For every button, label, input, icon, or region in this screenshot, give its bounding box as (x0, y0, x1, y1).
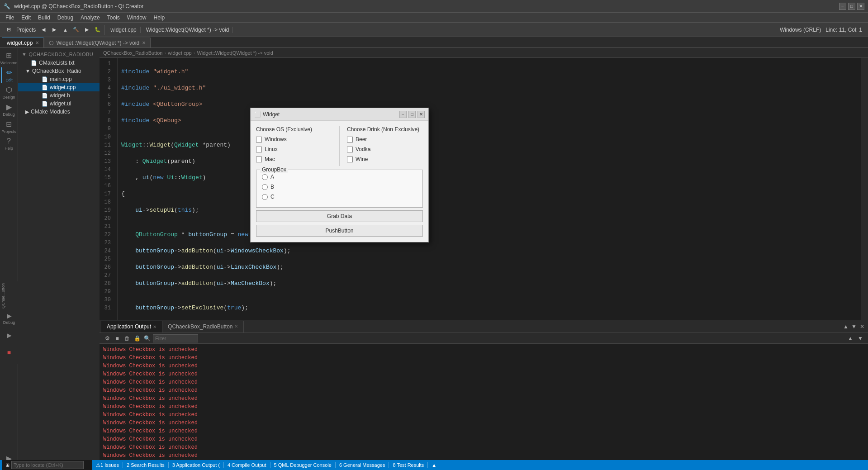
projects-btn[interactable]: ⊟ (4, 25, 14, 35)
filter-input[interactable] (153, 334, 198, 342)
checkbox-vodka[interactable] (347, 147, 353, 152)
bottom-tab-appoutput-close[interactable]: ✕ (153, 324, 157, 329)
widget-checkbox-windows: Windows (256, 136, 332, 142)
toolbar-up[interactable]: ▲ (60, 25, 70, 35)
panel-toggle-down[interactable]: ▼ (850, 323, 858, 331)
sidebar-icon-edit[interactable]: ✏ Edit (1, 67, 17, 83)
tree-item-cmake-modules[interactable]: ▶ CMake Modules (18, 108, 100, 116)
widget-minimize-button[interactable]: − (399, 111, 407, 118)
maximize-button[interactable]: □ (848, 3, 855, 10)
status-general-messages[interactable]: 6 General Messages (336, 460, 389, 470)
toolbar-run[interactable]: ▶ (82, 25, 92, 35)
title-bar-controls[interactable]: − □ ✕ (839, 3, 864, 10)
status-qml-debugger[interactable]: 5 QML Debugger Console (270, 460, 335, 470)
output-line: Windows Checkbox is unchecked (103, 451, 864, 460)
status-issues[interactable]: ⚠ 1 Issues (92, 460, 123, 470)
file-section: widget.cpp (107, 27, 140, 33)
widget-checkbox-linux: Linux (256, 146, 332, 152)
menu-analyze[interactable]: Analyze (77, 14, 104, 22)
bottom-panel-toolbar: ⚙ ■ 🗑 🔒 🔍 ▲ ▼ (100, 333, 868, 344)
widget-close-button[interactable]: ✕ (417, 111, 425, 118)
sidebar-stop-float[interactable]: ■ (1, 345, 17, 361)
tree-item-cmakelists[interactable]: 📄 CMakeLists.txt (18, 59, 100, 67)
tree-item-maincpp[interactable]: 📄 main.cpp (18, 75, 100, 83)
toolbar-build[interactable]: 🔨 (71, 25, 81, 35)
file-tree: ▼ QChaeckBox_RadioBu 📄 CMakeLists.txt ▼ … (18, 48, 100, 470)
sidebar-icons: ⊞ Welcome ✏ Edit ⬡ Design ▶ Debug ⊟ Proj… (0, 48, 18, 470)
sidebar-icon-debug[interactable]: ▶ Debug (1, 101, 17, 118)
tab-close-widget-cpp[interactable]: ✕ (35, 40, 39, 45)
code-content[interactable]: #include "widget.h" #include "./ui_widge… (118, 58, 861, 330)
radio-a-btn[interactable] (262, 174, 268, 180)
toolbar-forward[interactable]: ▶ (49, 25, 59, 35)
bp-expand-down[interactable]: ▼ (856, 334, 864, 342)
bp-stop[interactable]: ■ (113, 334, 121, 342)
tree-header: ▼ QChaeckBox_RadioBu (18, 50, 100, 59)
bottom-tab-project-close[interactable]: ✕ (234, 324, 238, 329)
output-line: Windows Checkbox is unchecked (103, 403, 864, 411)
push-button[interactable]: PushButton (256, 225, 423, 237)
content-area: QChaeckBox_RadioButton › widget.cpp › Wi… (100, 48, 868, 470)
bp-expand[interactable]: ▲ (846, 334, 854, 342)
menu-help[interactable]: Help (150, 14, 169, 22)
checkbox-beer[interactable] (347, 137, 353, 142)
menu-edit[interactable]: Edit (18, 14, 34, 22)
tree-item-widgeth[interactable]: 📄 widget.h (18, 91, 100, 100)
status-search-results[interactable]: 2 Search Results (123, 460, 168, 470)
tree-item-widgetcpp[interactable]: 📄 widget.cpp (18, 83, 100, 91)
sidebar-icon-design[interactable]: ⬡ Design (1, 84, 17, 100)
sidebar-icon-projects[interactable]: ⊟ Projects (1, 119, 17, 135)
panel-toggle-up[interactable]: ▲ (842, 323, 850, 331)
tab-widget-cpp[interactable]: widget.cpp ✕ (2, 38, 44, 47)
radio-b: B (262, 184, 417, 190)
close-button[interactable]: ✕ (857, 3, 864, 10)
toolbar-back[interactable]: ◀ (38, 25, 48, 35)
taskbar-search[interactable] (11, 461, 84, 469)
menu-file[interactable]: File (2, 14, 18, 22)
tab-label: widget.cpp (7, 40, 33, 46)
menu-build[interactable]: Build (34, 14, 54, 22)
sidebar-debug-float[interactable]: ▶ Debug (1, 310, 17, 327)
bp-settings[interactable]: ⚙ (103, 334, 111, 342)
tab-function[interactable]: ⬡ Widget::Widget(QWidget *) -> void ✕ (44, 38, 151, 47)
status-compile-output[interactable]: 4 Compile Output (224, 460, 270, 470)
sidebar-run-float[interactable]: ▶ (1, 328, 17, 344)
right-scrollbar[interactable] (861, 58, 868, 330)
sidebar-icon-welcome[interactable]: ⊞ Welcome (1, 50, 17, 66)
checkbox-vodka-label: Vodka (356, 146, 370, 152)
bottom-panel-tabs: Application Output ✕ QChaeckBox_RadioBut… (100, 320, 868, 333)
bp-scroll-lock[interactable]: 🔒 (133, 334, 141, 342)
tab-close-function[interactable]: ✕ (142, 40, 146, 45)
panel-close[interactable]: ✕ (858, 323, 866, 331)
menu-tools[interactable]: Tools (104, 14, 123, 22)
tree-item-project[interactable]: ▼ QChaeckBox_Radio (18, 67, 100, 75)
menu-debug[interactable]: Debug (54, 14, 77, 22)
status-app-output[interactable]: 3 Application Output ( (169, 460, 223, 470)
breadcrumb-sep2: › (194, 50, 195, 56)
checkbox-windows[interactable] (256, 137, 262, 142)
tree-item-widgetui[interactable]: 📄 widget.ui (18, 100, 100, 108)
widget-controls[interactable]: − □ ✕ (399, 111, 425, 118)
checkbox-mac[interactable] (256, 157, 262, 162)
bottom-tab-appoutput[interactable]: Application Output ✕ (101, 321, 162, 332)
checkbox-wine[interactable] (347, 157, 353, 162)
output-content[interactable]: Windows Checkbox is unchecked Windows Ch… (100, 344, 868, 460)
sidebar-icon-help[interactable]: ? Help (1, 136, 17, 152)
radio-c-btn[interactable] (262, 194, 268, 200)
menu-window[interactable]: Window (123, 14, 150, 22)
status-test-results[interactable]: 8 Test Results (389, 460, 427, 470)
minimize-button[interactable]: − (839, 3, 846, 10)
bp-zoom[interactable]: 🔍 (143, 334, 151, 342)
bp-clear[interactable]: 🗑 (123, 334, 131, 342)
compile-output-label: 4 Compile Output (228, 462, 266, 468)
checkbox-mac-label: Mac (265, 156, 275, 162)
checkbox-linux[interactable] (256, 147, 262, 152)
widget-title-bar[interactable]: ⬜ Widget − □ ✕ (251, 108, 428, 121)
radio-b-btn[interactable] (262, 184, 268, 190)
output-line: Windows Checkbox is unchecked (103, 370, 864, 378)
grab-data-button[interactable]: Grab Data (256, 210, 423, 222)
toolbar-debug[interactable]: 🐛 (93, 25, 103, 35)
bottom-tab-project[interactable]: QChaeckBox_RadioButton ✕ (162, 321, 244, 332)
status-expand[interactable]: ▲ (428, 460, 440, 470)
widget-maximize-button[interactable]: □ (408, 111, 416, 118)
